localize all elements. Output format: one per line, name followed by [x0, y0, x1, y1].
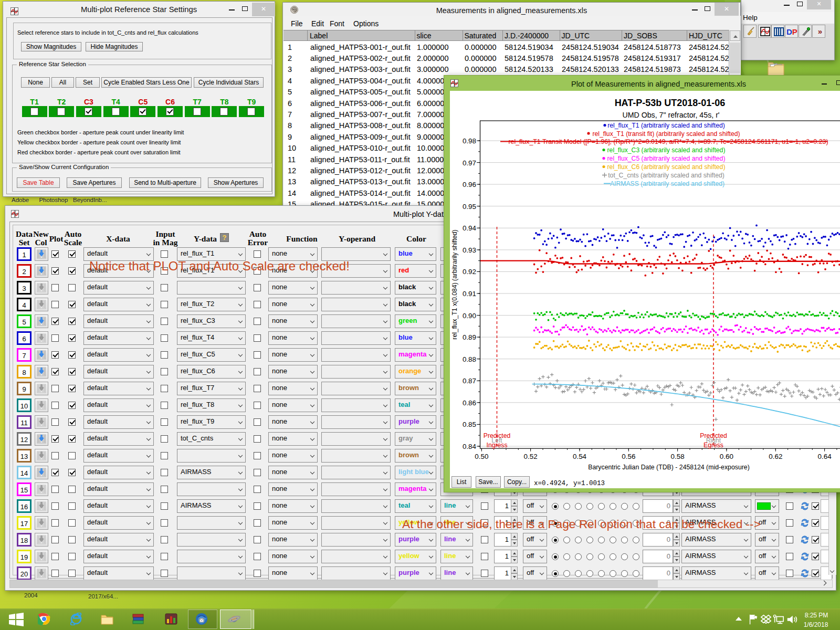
svg-text:0.98: 0.98 — [463, 137, 476, 145]
svg-text:Egress: Egress — [704, 442, 723, 449]
svg-text:0.84: 0.84 — [463, 443, 477, 450]
svg-text:0.54: 0.54 — [573, 453, 587, 460]
svg-text:0.94: 0.94 — [463, 224, 477, 232]
svg-text:0.64: 0.64 — [818, 453, 832, 460]
svg-text:0.90: 0.90 — [463, 312, 476, 320]
svg-text:rel_flux_C5 (arbitrarily scale: rel_flux_C5 (arbitrarily scaled and shif… — [607, 155, 726, 162]
svg-text:UMD Obs, 7" refractor, 45s, r': UMD Obs, 7" refractor, 45s, r' — [622, 111, 719, 119]
svg-text:AIRMASS (arbitrarily scaled an: AIRMASS (arbitrarily scaled and shifted) — [610, 180, 724, 187]
svg-text:rel_flux_T1 Transit Model ([P=: rel_flux_T1 Transit Model ([P=1.96], (Rp… — [508, 138, 828, 145]
svg-text:0.58: 0.58 — [671, 453, 685, 460]
svg-text:0.56: 0.56 — [622, 453, 635, 460]
svg-text:0.91: 0.91 — [463, 290, 476, 298]
svg-text:0.92: 0.92 — [463, 268, 476, 276]
svg-text:0.93: 0.93 — [463, 246, 476, 254]
svg-text:0.85: 0.85 — [463, 421, 476, 428]
svg-text:0.86: 0.86 — [463, 399, 476, 407]
svg-text:0.52: 0.52 — [524, 453, 538, 460]
svg-text:rel_flux_T1 (transit fit) (arb: rel_flux_T1 (transit fit) (arbitrarily s… — [592, 130, 740, 138]
svg-text:rel_flux_T1 x(0.084) (arbitrar: rel_flux_T1 x(0.084) (arbitrarily shifte… — [451, 229, 458, 339]
svg-text:0.97: 0.97 — [463, 159, 476, 167]
svg-text:HAT-P-53b UT2018-01-06: HAT-P-53b UT2018-01-06 — [615, 98, 726, 108]
svg-text:0.88: 0.88 — [463, 355, 476, 363]
svg-text:0.87: 0.87 — [463, 377, 476, 385]
svg-text:0.89: 0.89 — [463, 333, 476, 341]
svg-text:0.96: 0.96 — [463, 181, 476, 188]
svg-text:rel_flux_C3 (arbitrarily scale: rel_flux_C3 (arbitrarily scaled and shif… — [607, 146, 726, 154]
svg-text:rel_flux_T1 (arbitrarily scale: rel_flux_T1 (arbitrarily scaled and shif… — [607, 122, 725, 129]
svg-text:0.50: 0.50 — [475, 453, 488, 460]
svg-text:tot_C_cnts (arbitrarily scaled: tot_C_cnts (arbitrarily scaled and shift… — [608, 172, 724, 179]
svg-text:0.95: 0.95 — [463, 203, 476, 211]
svg-text:0.60: 0.60 — [720, 453, 733, 460]
svg-text:Barycentric Julian Date (TDB): Barycentric Julian Date (TDB) - 2458124 … — [588, 464, 750, 471]
svg-text:Ingress: Ingress — [487, 442, 508, 449]
svg-text:rel_flux_C6 (arbitrarily scale: rel_flux_C6 (arbitrarily scaled and shif… — [607, 163, 726, 171]
svg-text:0.62: 0.62 — [769, 453, 782, 460]
